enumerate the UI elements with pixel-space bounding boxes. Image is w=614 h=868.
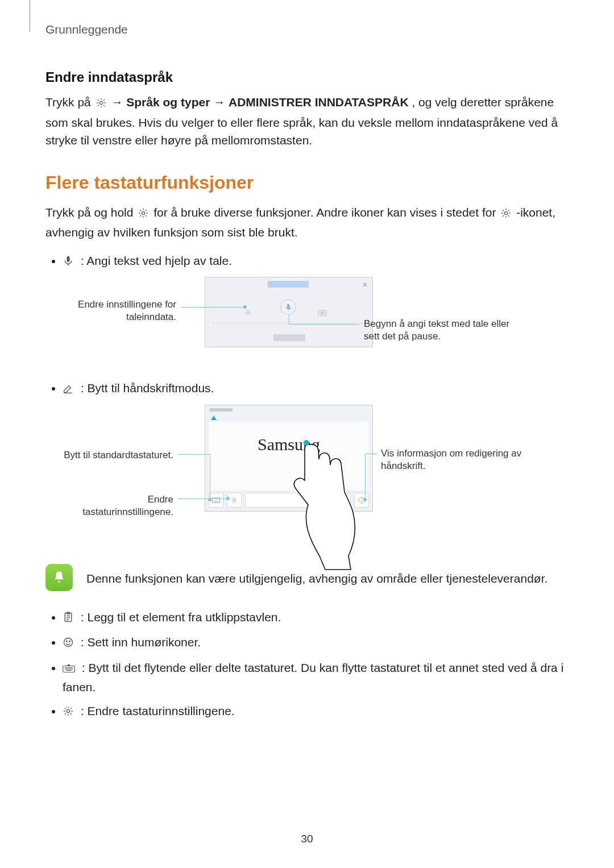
callout-label: Endre innstillingene for taleinndata. [63,298,176,323]
bold-text: ADMINISTRER INNDATASPRÅK [229,95,409,109]
sub-heading-change-language: Endre inndataspråk [45,69,571,85]
list-text: : Legg til et element fra utklippstavlen… [81,610,281,624]
svg-point-5 [247,312,249,314]
smiley-icon [63,635,74,653]
hand-pointer-icon [277,440,357,576]
voice-input-panel: ✕ [205,277,373,347]
placeholder-chip [210,408,233,412]
callout-label: Endre tastaturinnstillingene. [57,493,173,518]
paragraph-change-language: Trykk på → Språk og typer → ADMINISTRER … [45,93,571,149]
callout-dot [287,306,291,310]
list-item: : Angi tekst ved hjelp av tale. ✕ [63,252,571,368]
callout-line [366,454,377,454]
list-text: : Sett inn humørikoner. [81,636,201,649]
section-heading-more-functions: Flere tastaturfunksjoner [45,172,571,193]
placeholder-chip [273,334,305,341]
placeholder-chip [268,281,309,288]
callout-line [365,454,366,499]
svg-point-31 [67,709,69,712]
list-item: : Bytt til det flytende eller delte tast… [63,659,571,696]
figure-voice-input: ✕ [63,277,563,368]
text-fragment: Trykk på [45,95,94,109]
svg-point-25 [69,641,70,642]
list-item: : Bytt til håndskriftmodus. Samsung [63,379,571,553]
clipboard-icon [63,610,74,628]
text-fragment: for å bruke diverse funksjoner. Andre ik… [154,206,499,219]
page-side-line [30,0,30,32]
bullet-list: : Legg til et element fra utklippstavlen… [45,608,571,722]
svg-rect-30 [68,665,69,666]
gear-icon [63,704,74,722]
list-item: : Endre tastaturinnstillingene. [63,702,571,722]
pen-icon [63,381,74,399]
bold-text: Språk og typer [126,95,210,109]
svg-point-14 [234,499,235,501]
svg-rect-4 [68,264,69,265]
callout-line [289,324,359,325]
gear-icon [138,208,152,221]
callout-line [289,314,289,324]
panel-header [205,405,372,416]
touch-point-dot [304,440,309,446]
list-item: : Legg til et element fra utklippstavlen… [63,608,571,628]
list-item: : Sett inn humørikoner. [63,633,571,653]
callout-dot [363,498,367,501]
gear-icon [500,208,515,221]
svg-point-24 [67,641,68,642]
callout-line [210,454,210,500]
floating-keyboard-icon [63,661,75,679]
callout-label: Begynn å angi tekst med tale eller sett … [364,318,512,343]
keyboard-icon [318,304,327,322]
text-fragment: → [111,95,126,109]
list-text: : Endre tastaturinnstillingene. [81,704,235,717]
svg-point-23 [64,638,73,647]
page-header: Grunnleggende [45,23,571,36]
list-text: : Bytt til håndskriftmodus. [81,381,214,394]
gear-icon [227,493,242,508]
bullet-list: : Angi tekst ved hjelp av tale. ✕ [45,252,571,553]
list-text: : Angi tekst ved hjelp av tale. [81,254,232,267]
mic-icon [63,254,74,272]
svg-point-2 [505,211,508,214]
text-fragment: Trykk på og hold [45,206,136,219]
callout-dot [243,305,247,309]
note-bell-icon [45,564,73,591]
callout-dot [226,497,230,500]
callout-line [181,307,243,308]
paragraph-more-functions: Trykk på og hold for å bruke diverse fun… [45,203,571,242]
svg-point-0 [99,101,102,104]
callout-line [178,499,228,499]
close-icon: ✕ [362,280,368,290]
callout-line [178,454,210,455]
panel-header: ✕ [205,277,372,292]
callout-label: Bytt til standardtastaturet. [57,449,173,462]
figure-handwriting: Samsung [63,405,563,553]
page-number: 30 [0,833,614,845]
svg-point-1 [142,211,145,214]
pen-indicator-icon [211,416,217,420]
callout-label: Vis informasjon om redigering av håndskr… [381,447,529,472]
list-text: : Bytt til det flytende eller delte tast… [63,661,563,694]
gear-icon [96,98,110,111]
text-fragment: → [213,95,229,109]
svg-rect-3 [67,256,70,261]
